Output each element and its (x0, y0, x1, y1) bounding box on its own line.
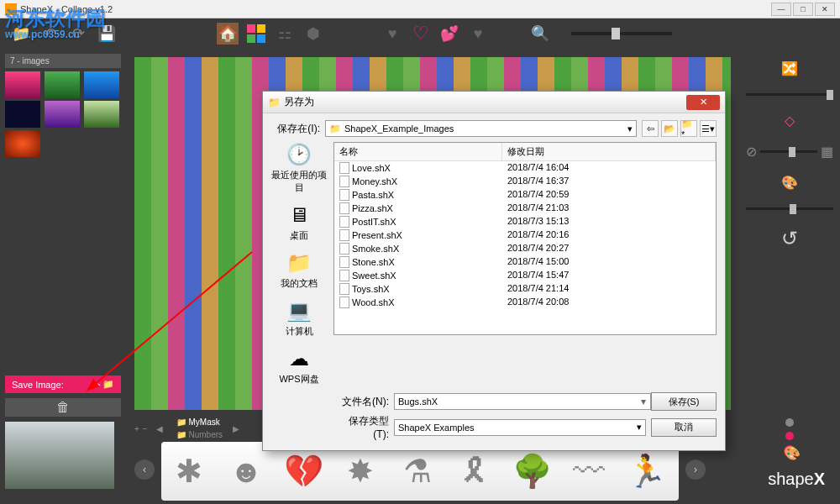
density-slider[interactable] (746, 93, 833, 96)
scroll-left-button[interactable]: ‹ (134, 459, 155, 480)
dropdown-icon: ▾ (627, 123, 633, 134)
heart-color-icon[interactable]: 💕 (438, 23, 460, 45)
color-slider[interactable] (746, 207, 833, 210)
file-row[interactable]: PostIT.shX2018/7/3 15:13 (334, 215, 716, 228)
places-我的文档[interactable]: 📁我的文档 (281, 250, 318, 290)
mask-shape-runner[interactable]: 🏃 (625, 450, 667, 492)
new-folder-icon[interactable]: 📁* (680, 120, 697, 137)
next-tab-icon[interactable]: ▶ (233, 424, 239, 433)
scroll-right-button[interactable]: › (685, 459, 706, 480)
thumbnail[interactable] (5, 101, 40, 128)
circle-icon: ⊘ (746, 144, 757, 160)
mask-shape-splat[interactable]: ✱ (168, 450, 210, 492)
filetype-label: 保存类型(T): (339, 414, 389, 440)
file-row[interactable]: Wood.shX2018/7/4 20:08 (334, 296, 716, 309)
minimize-button[interactable]: — (771, 3, 791, 16)
view-menu-icon[interactable]: ☰▾ (700, 120, 717, 137)
file-list[interactable]: 名称 修改日期 Love.shX2018/7/4 16:04Money.shX2… (333, 142, 717, 335)
cancel-button[interactable]: 取消 (651, 418, 717, 437)
filename-input[interactable] (394, 393, 651, 410)
left-panel: 7 - images Save Image: ▶ 📁 🗑 (0, 49, 126, 418)
mask-shape-claw[interactable]: 〰 (568, 450, 610, 492)
file-row[interactable]: Smoke.shX2018/7/4 20:27 (334, 242, 716, 255)
up-folder-icon[interactable]: 📂 (661, 120, 678, 137)
heart-gray-icon[interactable]: ♥ (467, 23, 489, 45)
mask-shape-face[interactable]: ☻ (225, 450, 267, 492)
add-tab-icon[interactable]: + (134, 424, 139, 433)
dots-mode-icon[interactable]: ⚏ (274, 23, 296, 45)
remove-tab-icon[interactable]: − (143, 424, 148, 433)
hex-mode-icon[interactable]: ⬢ (302, 23, 324, 45)
app-logo: shapeX (768, 470, 825, 489)
save-image-button[interactable]: Save Image: ▶ 📁 (5, 375, 121, 393)
mask-shape-flask[interactable]: ⚗ (396, 450, 438, 492)
maximize-button[interactable]: □ (793, 3, 813, 16)
mask-tab-numbers[interactable]: 📁 Numbers (171, 428, 230, 438)
top-toolbar: 📁 ↶ ⟳ 💾 🏠 ⚏ ⬢ ♥ ♡ 💕 ♥ 🔍 (0, 18, 840, 49)
places-WPS网盘[interactable]: ☁WPS网盘 (279, 346, 318, 386)
save-in-combo[interactable]: 📁 ShapeX_Example_Images ▾ (325, 120, 637, 137)
file-row[interactable]: Stone.shX2018/7/4 15:00 (334, 255, 716, 269)
thumbnail[interactable] (45, 101, 80, 128)
file-row[interactable]: Sweet.shX2018/7/4 15:47 (334, 269, 716, 282)
refresh-icon[interactable]: ⟳ (67, 23, 89, 45)
save-icon[interactable]: 💾 (96, 23, 118, 45)
save-button[interactable]: 保存(S) (651, 392, 717, 411)
trash-button[interactable]: 🗑 (5, 398, 121, 417)
mask-shape-tree-active[interactable]: 🌳 (511, 450, 553, 492)
dialog-title: 另存为 (284, 95, 314, 109)
filetype-combo[interactable]: ShapeX Examples ▾ (394, 419, 646, 436)
thumbnail[interactable] (5, 130, 40, 157)
undo-icon[interactable]: ↶ (39, 23, 60, 45)
mask-shape-ribbon[interactable]: 🎗 (454, 450, 496, 492)
reset-icon[interactable]: ↺ (746, 227, 833, 250)
grid-mode-icon[interactable] (245, 23, 267, 45)
opacity-slider[interactable] (760, 150, 817, 153)
right-panel: 🔀 ◇ ⊘▦ 🎨 ↺ 🎨 (739, 49, 840, 418)
shuffle-icon[interactable]: 🔀 (746, 60, 833, 76)
back-icon[interactable]: ⇦ (642, 120, 659, 137)
app-icon (5, 3, 17, 15)
thumbnail[interactable] (84, 101, 119, 128)
pattern-icon: ▦ (821, 144, 833, 160)
places-最近使用的项目[interactable]: 🕑最近使用的项目 (271, 142, 327, 194)
window-titlebar: ShapeX - Collage v1.2 — □ ✕ (0, 0, 840, 18)
open-folder-icon[interactable]: 📁 (10, 23, 32, 45)
places-计算机[interactable]: 💻计算机 (286, 298, 313, 338)
mask-shape-broken-heart[interactable]: 💔 (282, 450, 324, 492)
heart-outline-icon[interactable]: ♡ (410, 23, 432, 45)
thumbnail-grid (5, 71, 121, 157)
home-icon[interactable]: 🏠 (217, 23, 239, 45)
heart-fill-icon[interactable]: ♥ (381, 23, 403, 45)
thumbnail[interactable] (5, 71, 40, 98)
play-icon: ▶ 📁 (93, 379, 114, 390)
thumbnail[interactable] (45, 71, 80, 98)
file-row[interactable]: Money.shX2018/7/4 16:37 (334, 175, 716, 188)
file-row[interactable]: Love.shX2018/7/4 16:04 (334, 161, 716, 175)
preview-image (5, 422, 114, 489)
color-swatch[interactable] (785, 432, 794, 440)
zoom-slider[interactable] (571, 32, 672, 35)
color-icon[interactable]: 🎨 (746, 175, 833, 191)
file-row[interactable]: Present.shX2018/7/4 20:16 (334, 228, 716, 242)
rotate-icon[interactable]: ◇ (746, 113, 833, 129)
thumbnail[interactable] (84, 71, 119, 98)
dialog-titlebar[interactable]: 📁 另存为 ✕ (263, 92, 725, 113)
file-row[interactable]: Pasta.shX2018/7/4 20:59 (334, 188, 716, 202)
palette-icon[interactable]: 🎨 (784, 445, 795, 457)
places-桌面[interactable]: 🖥桌面 (286, 202, 312, 242)
mask-shape-splatter[interactable]: ✸ (339, 450, 381, 492)
mask-tab-mymask[interactable]: 📁 MyMask (171, 418, 230, 428)
file-list-header[interactable]: 名称 修改日期 (334, 143, 716, 161)
close-button[interactable]: ✕ (815, 3, 835, 16)
prev-tab-icon[interactable]: ◀ (156, 424, 163, 433)
file-row[interactable]: Toys.shX2018/7/4 21:14 (334, 282, 716, 296)
folder-icon: 📁 (329, 123, 341, 134)
images-count-header: 7 - images (5, 54, 121, 68)
zoom-icon[interactable]: 🔍 (529, 23, 551, 45)
color-swatch[interactable] (785, 418, 794, 427)
window-title: ShapeX - Collage v1.2 (20, 4, 113, 14)
dialog-close-button[interactable]: ✕ (686, 95, 720, 110)
dropdown-icon[interactable]: ▾ (641, 396, 646, 407)
file-row[interactable]: Pizza.shX2018/7/4 21:03 (334, 202, 716, 215)
